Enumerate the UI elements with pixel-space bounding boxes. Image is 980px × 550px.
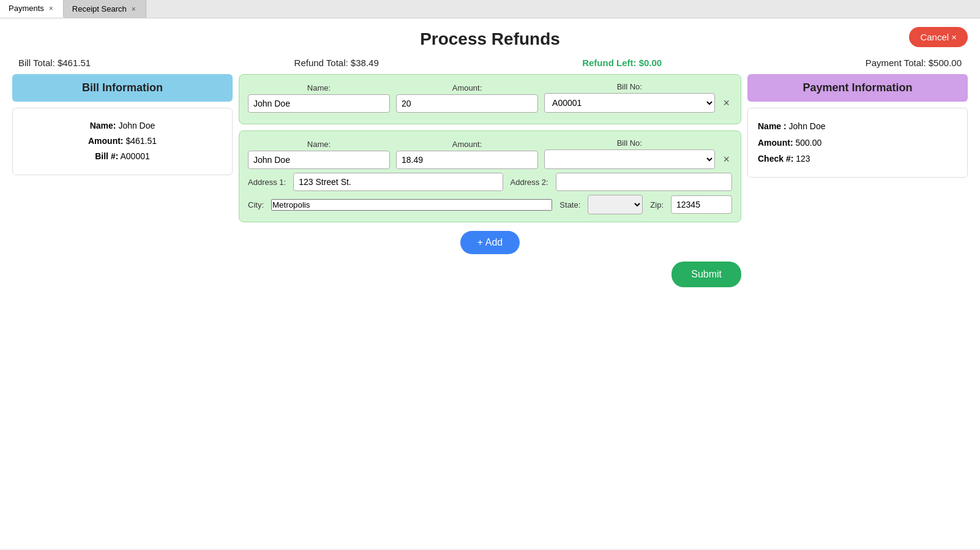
entry1-billno-label: Bill No: <box>544 82 714 91</box>
bill-information-header: Bill Information <box>12 74 233 102</box>
address1-input[interactable] <box>293 173 503 191</box>
submit-button[interactable]: Submit <box>671 262 741 287</box>
refund-total: Refund Total: $38.49 <box>294 58 379 68</box>
tab-receipt-search-close[interactable]: × <box>130 5 137 13</box>
city-label: City: <box>248 200 264 209</box>
totals-row: Bill Total: $461.51 Refund Total: $38.49… <box>6 55 974 74</box>
bill-amount: Amount: $461.51 <box>23 134 222 149</box>
submit-row: Submit <box>239 262 741 287</box>
payment-panel: Payment Information Name : John Doe Amou… <box>747 74 968 178</box>
tab-payments-close[interactable]: × <box>48 4 54 13</box>
entry1-name-label: Name: <box>248 83 390 92</box>
address-row-1: Address 1: Address 2: <box>248 173 732 191</box>
page-header: Process Refunds Cancel × <box>6 18 974 55</box>
entry1-billno-group: Bill No: A00001 <box>544 82 714 113</box>
state-label: State: <box>559 200 580 209</box>
address1-label: Address 1: <box>248 178 286 187</box>
tab-bar: Payments × Receipt Search × <box>0 0 980 18</box>
payment-total: Payment Total: $500.00 <box>866 58 962 68</box>
bill-card: Name: John Doe Amount: $461.51 Bill #: A… <box>12 108 233 175</box>
entry1-name-input[interactable] <box>248 94 390 113</box>
main-layout: Bill Information Name: John Doe Amount: … <box>6 74 974 287</box>
refund-row-2: Name: Amount: Bill No: A00001 <box>248 138 732 169</box>
entry2-remove-button[interactable]: × <box>721 151 733 168</box>
entry2-amount-label: Amount: <box>396 140 538 149</box>
entry1-amount-group: Amount: <box>396 83 538 113</box>
payment-information-header: Payment Information <box>747 74 968 102</box>
bill-name: Name: John Doe <box>23 118 222 134</box>
entry2-billno-group: Bill No: A00001 <box>544 138 714 169</box>
city-state-row: City: State: Zip: <box>248 195 732 214</box>
tab-payments-label: Payments <box>9 4 44 13</box>
entry2-name-group: Name: <box>248 140 390 169</box>
entry2-amount-input[interactable] <box>396 151 538 169</box>
payment-name: Name : John Doe <box>758 118 957 135</box>
entry2-billno-label: Bill No: <box>544 138 714 148</box>
bill-total: Bill Total: $461.51 <box>18 58 91 68</box>
entry2-name-input[interactable] <box>248 151 390 169</box>
payment-amount: Amount: 500.00 <box>758 135 957 151</box>
tab-payments[interactable]: Payments × <box>0 0 64 18</box>
refund-left: Refund Left: $0.00 <box>582 58 662 68</box>
bill-number: Bill #: A00001 <box>23 149 222 164</box>
tab-receipt-search-label: Receipt Search <box>72 4 127 13</box>
zip-label: Zip: <box>650 200 664 209</box>
payment-card: Name : John Doe Amount: 500.00 Check #: … <box>747 108 968 178</box>
page-title: Process Refunds <box>420 29 560 49</box>
refund-row-1: Name: Amount: Bill No: A00001 × <box>248 82 732 113</box>
entry1-amount-input[interactable] <box>396 94 538 113</box>
payment-check: Check #: 123 <box>758 151 957 167</box>
add-button[interactable]: + Add <box>460 231 520 254</box>
city-input[interactable] <box>271 199 552 211</box>
entry2-amount-group: Amount: <box>396 140 538 169</box>
page: Process Refunds Cancel × Bill Total: $46… <box>0 18 980 549</box>
entry2-name-label: Name: <box>248 140 390 149</box>
entry1-amount-label: Amount: <box>396 83 538 92</box>
entry1-name-group: Name: <box>248 83 390 113</box>
entry1-remove-button[interactable]: × <box>721 94 733 112</box>
address2-input[interactable] <box>556 173 732 191</box>
zip-input[interactable] <box>671 195 732 214</box>
entry1-billno-select[interactable]: A00001 <box>544 93 714 113</box>
tab-receipt-search[interactable]: Receipt Search × <box>64 0 146 18</box>
address2-label: Address 2: <box>511 178 548 187</box>
entry2-billno-select[interactable]: A00001 <box>544 149 714 169</box>
bill-panel: Bill Information Name: John Doe Amount: … <box>12 74 233 175</box>
refund-entry-1: Name: Amount: Bill No: A00001 × <box>239 74 741 124</box>
refund-entry-2: Name: Amount: Bill No: A00001 <box>239 130 741 222</box>
cancel-button[interactable]: Cancel × <box>909 27 968 47</box>
center-panel: Name: Amount: Bill No: A00001 × <box>239 74 741 287</box>
state-select[interactable] <box>588 195 643 214</box>
